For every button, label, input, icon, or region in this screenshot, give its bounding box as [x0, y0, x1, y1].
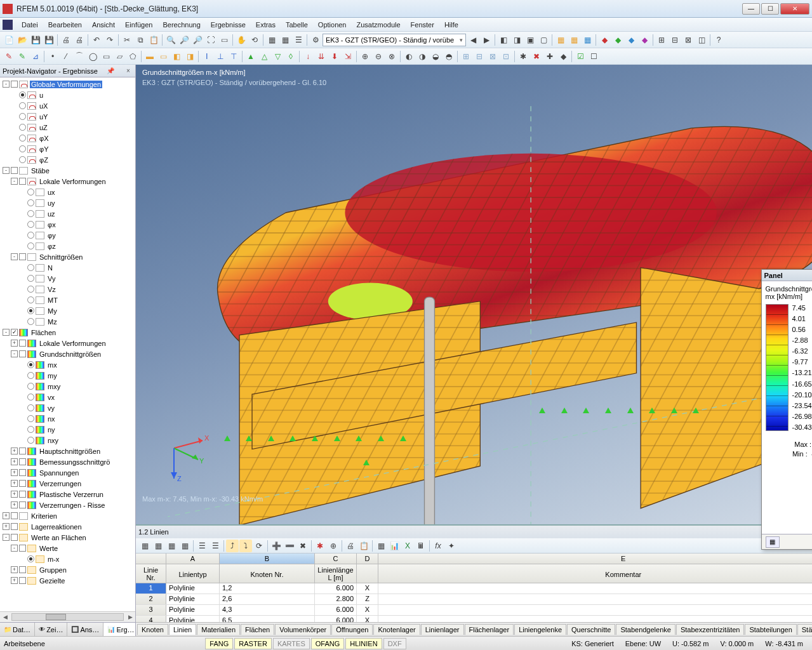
cell-knoten[interactable]: 6,5: [220, 616, 315, 622]
cell-d[interactable]: X: [357, 605, 378, 615]
cell-d[interactable]: X: [357, 616, 378, 622]
tree-wmx[interactable]: m-x: [46, 555, 60, 563]
tb-printprev-icon[interactable]: 🖨: [73, 34, 86, 46]
btab-querschnitte[interactable]: Querschnitte: [567, 624, 615, 635]
cell-d[interactable]: X: [357, 583, 378, 594]
tree-lokale-verf[interactable]: Lokale Verformungen: [38, 178, 107, 185]
tb2-an-icon[interactable]: ◆: [557, 50, 569, 63]
tb2-ad-icon[interactable]: ◑: [416, 50, 429, 63]
table-row[interactable]: 2 Polylinie 2,6 2.800 Z: [136, 594, 812, 605]
ttb-star-icon[interactable]: ✦: [445, 540, 458, 552]
tree-werte[interactable]: Werte: [38, 545, 59, 552]
btab-oeffnungen[interactable]: Öffnungen: [331, 624, 373, 635]
tb-misc3-icon[interactable]: ⊠: [682, 34, 695, 46]
maximize-button[interactable]: ☐: [761, 3, 779, 15]
cell-linientyp[interactable]: Polylinie: [166, 605, 220, 615]
tb2-j-icon[interactable]: ⬠: [126, 50, 139, 63]
table-row[interactable]: 1 Polylinie 1,2 6.000 X: [136, 583, 812, 594]
cell-linientyp[interactable]: Polylinie: [166, 616, 220, 622]
navigator-hscroll[interactable]: ◀▶: [0, 611, 135, 622]
sys-icon[interactable]: [3, 20, 13, 30]
btab-volumenkoerper[interactable]: Volumenkörper: [275, 624, 331, 635]
ttb-12-icon[interactable]: ✖: [296, 540, 309, 552]
tb-misc2-icon[interactable]: ⊟: [669, 34, 681, 46]
th-knoten[interactable]: Knoten Nr.: [220, 564, 315, 583]
btab-stabexz[interactable]: Stabexzentrizitäten: [676, 624, 745, 635]
btab-liniengelenke[interactable]: Liniengelenke: [514, 624, 566, 635]
th-linie[interactable]: LinieNr.: [136, 564, 166, 583]
tree-staebe[interactable]: Stäbe: [30, 167, 51, 175]
close-button[interactable]: ✕: [780, 3, 809, 15]
tb2-x-icon[interactable]: ⬇: [328, 50, 341, 63]
menu-bearbeiten[interactable]: Bearbeiten: [43, 20, 87, 30]
tb-results2-icon[interactable]: ◆: [611, 34, 624, 46]
menu-einfuegen[interactable]: Einfügen: [120, 20, 157, 30]
tree-gezielte[interactable]: Gezielte: [38, 577, 66, 585]
tb-zoom-fit-icon[interactable]: ⛶: [204, 34, 217, 46]
tb2-v-icon[interactable]: ↓: [302, 50, 314, 63]
btab-linien[interactable]: Linien: [169, 624, 196, 635]
tb-results3-icon[interactable]: ◆: [625, 34, 637, 46]
tb2-q-icon[interactable]: ⊤: [227, 50, 240, 63]
cell-knoten[interactable]: 2,6: [220, 594, 315, 604]
th-letter-e[interactable]: E: [378, 554, 812, 564]
tree-mxy[interactable]: mxy: [46, 383, 62, 390]
btab-stabteilungen[interactable]: Stabteilungen: [745, 624, 796, 635]
tb-rotate-icon[interactable]: ⟲: [248, 34, 261, 46]
tree-vy[interactable]: Vy: [46, 275, 57, 282]
menu-datei[interactable]: Datei: [17, 20, 43, 30]
tree-phiy[interactable]: φY: [38, 145, 50, 153]
th-letter-a[interactable]: A: [166, 554, 220, 564]
status-dxf[interactable]: DXF: [383, 638, 406, 649]
tb2-o-icon[interactable]: Ⅰ: [201, 50, 213, 63]
tb-render2-icon[interactable]: ▦: [568, 34, 580, 46]
tb2-c-icon[interactable]: ⊿: [29, 50, 42, 63]
status-raster[interactable]: RASTER: [234, 638, 272, 649]
tree-phix[interactable]: φX: [38, 135, 50, 142]
tb-open-icon[interactable]: 📂: [16, 34, 29, 46]
cell-linientyp[interactable]: Polylinie: [166, 583, 220, 594]
tb2-al-icon[interactable]: ✖: [530, 50, 543, 63]
tree-uz[interactable]: uZ: [38, 124, 49, 131]
tb-pan-icon[interactable]: ✋: [235, 34, 248, 46]
tb2-f-icon[interactable]: ⌒: [73, 50, 86, 63]
menu-hilfe[interactable]: Hilfe: [439, 20, 463, 30]
menu-berechnung[interactable]: Berechnung: [157, 20, 205, 30]
ttb-6-icon[interactable]: ☰: [209, 540, 222, 552]
btab-linienlager[interactable]: Linienlager: [421, 624, 464, 635]
ttb-14-icon[interactable]: ⊕: [327, 540, 340, 552]
tb2-am-icon[interactable]: ✚: [543, 50, 556, 63]
tb-help-icon[interactable]: ?: [712, 34, 725, 46]
tb2-aj-icon[interactable]: ⊡: [500, 50, 512, 63]
tb-misc4-icon[interactable]: ◫: [695, 34, 708, 46]
th-letter-c[interactable]: C: [315, 554, 357, 564]
status-fang[interactable]: FANG: [205, 638, 233, 649]
tb2-af-icon[interactable]: ◓: [443, 50, 455, 63]
cell-linientyp[interactable]: Polylinie: [166, 594, 220, 604]
tree-spann[interactable]: Spannungen: [38, 469, 80, 477]
tb2-ah-icon[interactable]: ⊟: [473, 50, 486, 63]
th-laenge[interactable]: LinienlängeL [m]: [315, 564, 357, 583]
tree-schnitt[interactable]: Schnittgrößen: [38, 253, 84, 261]
menu-extras[interactable]: Extras: [251, 20, 281, 30]
tree-lphix[interactable]: φx: [46, 221, 57, 229]
menu-fenster[interactable]: Fenster: [406, 20, 439, 30]
tree-globale-verformungen[interactable]: Globale Verformungen: [30, 81, 102, 88]
tb2-p-icon[interactable]: ⊥: [214, 50, 227, 63]
tb2-ac-icon[interactable]: ◐: [403, 50, 415, 63]
cell-kommentar[interactable]: [378, 583, 812, 594]
tree-nxy[interactable]: nxy: [46, 437, 60, 444]
minimize-button[interactable]: —: [742, 3, 760, 15]
btab-flaechen[interactable]: Flächen: [241, 624, 274, 635]
tree-haupt[interactable]: Hauptschnittgrößen: [38, 448, 102, 455]
tree-f-grund[interactable]: Grundschnittgrößen: [38, 350, 102, 358]
cell-knoten[interactable]: 1,2: [220, 583, 315, 594]
ttb-2-icon[interactable]: ▦: [152, 540, 164, 552]
tree-vz[interactable]: Vz: [46, 286, 57, 293]
th-d[interactable]: [357, 564, 378, 583]
tree-phiz[interactable]: φZ: [38, 156, 50, 164]
tree-n[interactable]: N: [46, 264, 54, 272]
cell-laenge[interactable]: 6.000: [315, 605, 357, 615]
legend-ftr-colors-icon[interactable]: ▦: [766, 536, 780, 548]
tb-table-icon[interactable]: ☰: [292, 34, 305, 46]
